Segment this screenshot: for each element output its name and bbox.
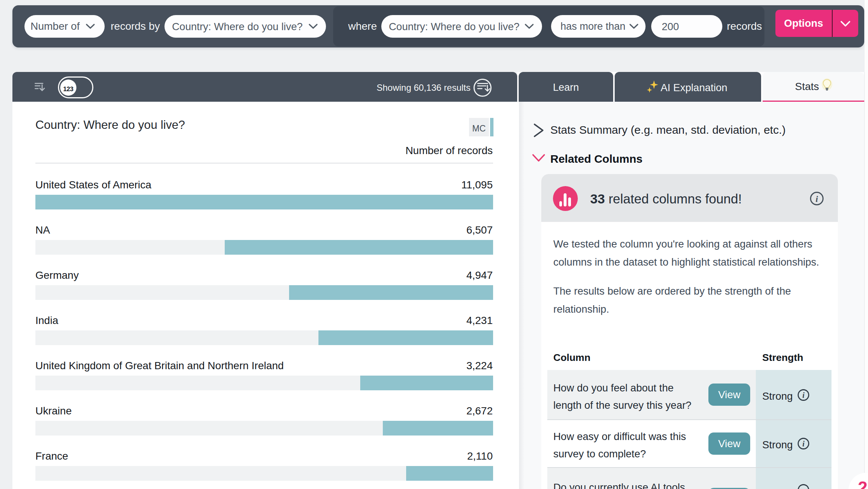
- svg-text:i: i: [803, 391, 805, 399]
- svg-text:i: i: [816, 194, 818, 204]
- svg-text:i: i: [803, 440, 805, 448]
